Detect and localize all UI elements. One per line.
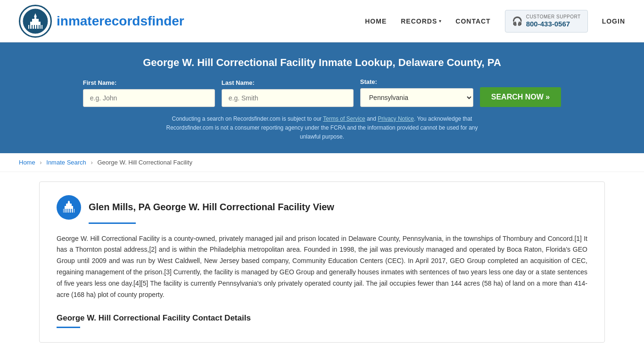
svg-rect-7 [32,25,33,29]
svg-rect-22 [73,209,74,213]
search-form: First Name: Last Name: State: Pennsylvan… [19,78,625,107]
svg-rect-10 [39,25,40,29]
breadcrumb-sep-2: › [91,159,92,166]
nav-records-container[interactable]: RECORDS ▾ [401,17,441,25]
contact-section-title: George W. Hill Correctional Facility Con… [57,313,587,323]
content-card: Glen Mills, PA George W. Hill Correction… [39,181,605,343]
facility-icon [57,195,81,220]
first-name-group: First Name: [83,79,215,107]
logo-area: inmaterecordsfinder [19,5,184,38]
tos-link[interactable]: Terms of Service [323,115,365,122]
first-name-label: First Name: [83,79,117,86]
nav-login[interactable]: LOGIN [602,17,625,25]
main-nav: HOME RECORDS ▾ CONTACT 🎧 CUSTOMER SUPPOR… [365,10,625,33]
header: inmaterecordsfinder HOME RECORDS ▾ CONTA… [0,0,644,42]
facility-description: George W. Hill Correctional Facility is … [57,233,587,301]
svg-rect-1 [28,25,42,29]
headset-icon: 🎧 [512,16,522,26]
title-underline [89,222,136,224]
contact-underline [57,327,80,328]
state-label: State: [360,78,377,85]
nav-contact[interactable]: CONTACT [455,17,490,25]
logo-icon [19,5,52,38]
breadcrumb-current: George W. Hill Correctional Facility [97,159,192,166]
breadcrumb-home[interactable]: Home [19,159,35,166]
main-content: Glen Mills, PA George W. Hill Correction… [20,172,624,353]
svg-rect-11 [41,25,41,29]
svg-rect-20 [69,209,70,213]
breadcrumb-sep-1: › [40,159,41,166]
svg-rect-6 [29,25,30,29]
state-select[interactable]: Pennsylvania Alabama Alaska Arizona Cali… [360,88,473,107]
svg-rect-2 [30,22,41,25]
support-number: 800-433-0567 [526,20,581,28]
hero-banner: George W. Hill Correctional Facility Inm… [0,42,644,153]
svg-rect-12 [63,209,74,213]
svg-rect-3 [32,19,39,22]
nav-home[interactable]: HOME [365,17,387,25]
facility-header: Glen Mills, PA George W. Hill Correction… [57,195,587,220]
privacy-link[interactable]: Privacy Notice [378,115,414,122]
svg-rect-13 [65,206,73,209]
search-now-button[interactable]: SEARCH NOW » [480,87,561,107]
logo-text: inmaterecordsfinder [57,14,184,29]
hero-title: George W. Hill Correctional Facility Inm… [19,57,625,69]
support-label: CUSTOMER SUPPORT [526,14,581,20]
records-chevron-down-icon: ▾ [439,18,441,24]
last-name-input[interactable] [222,89,354,107]
svg-rect-21 [71,209,72,213]
facility-title: Glen Mills, PA George W. Hill Correction… [89,202,334,213]
nav-records[interactable]: RECORDS [401,17,437,25]
svg-rect-9 [36,25,37,29]
state-group: State: Pennsylvania Alabama Alaska Arizo… [360,78,473,107]
breadcrumb: Home › Inmate Search › George W. Hill Co… [0,153,644,172]
svg-rect-19 [67,209,68,213]
last-name-label: Last Name: [222,79,255,86]
first-name-input[interactable] [83,89,215,107]
svg-rect-8 [34,25,35,29]
customer-support-button[interactable]: 🎧 CUSTOMER SUPPORT 800-433-0567 [505,10,588,33]
disclaimer-text: Conducting a search on Recordsfinder.com… [157,115,487,142]
svg-rect-18 [66,209,66,213]
breadcrumb-inmate-search[interactable]: Inmate Search [46,159,86,166]
svg-rect-17 [64,209,65,213]
svg-marker-16 [67,200,70,204]
last-name-group: Last Name: [222,79,354,107]
